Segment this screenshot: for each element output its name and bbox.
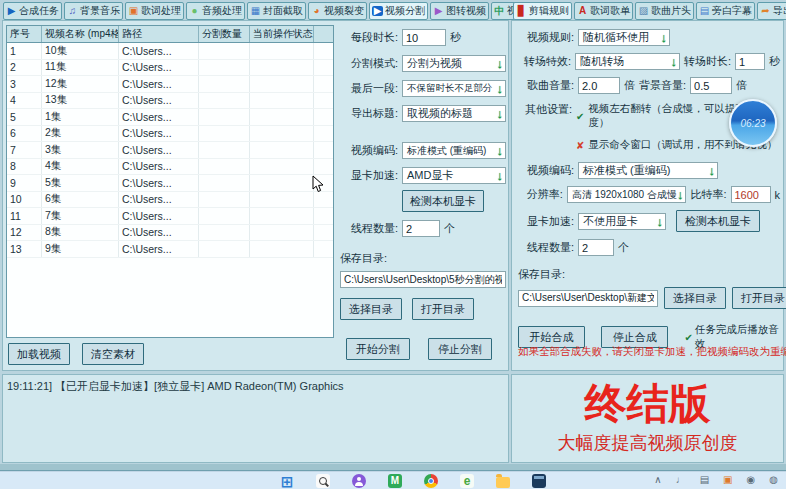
merge-open-dir-button[interactable]: 打开目录 <box>732 287 786 309</box>
merge-save-dir-label: 保存目录: <box>518 267 565 282</box>
user-app-icon[interactable] <box>352 474 366 488</box>
table-row[interactable]: 10 6集 C:\Users... <box>7 192 333 209</box>
tray-icon[interactable]: ∧ <box>654 475 661 485</box>
resolution-select[interactable]: 高清 1920x1080 合成慢↓ <box>567 186 687 203</box>
table-row[interactable]: 7 3集 C:\Users... <box>7 142 333 159</box>
tab-edit-rules[interactable]: ▊剪辑规则 <box>513 2 572 20</box>
cell-split-count <box>199 208 250 224</box>
tab-video-fission[interactable]: ◕视频裂变 <box>308 2 367 20</box>
table-row[interactable]: 5 1集 C:\Users... <box>7 109 333 126</box>
cell-extra <box>314 93 333 109</box>
video-rule-select[interactable]: 随机循环使用↓ <box>578 29 670 46</box>
transition-value: 随机转场 <box>580 54 624 69</box>
split-mode-label: 分割模式: <box>340 56 398 71</box>
narration-subtitle-icon: ▤ <box>699 6 710 16</box>
table-row[interactable]: 12 8集 C:\Users... <box>7 225 333 242</box>
threads-label: 线程数量: <box>340 221 398 236</box>
segment-duration-input[interactable] <box>402 29 446 46</box>
tray-icon[interactable]: ◍ <box>769 475 778 485</box>
tab-background-music[interactable]: ♫背景音乐 <box>64 2 123 20</box>
table-row[interactable]: 2 11集 C:\Users... <box>7 60 333 77</box>
tray-icon[interactable]: ♩ <box>676 475 686 485</box>
video-encode-label: 视频编码: <box>340 143 398 158</box>
start-button-icon[interactable]: ⊞ <box>280 474 294 488</box>
tab-compose-task[interactable]: ▶合成任务 <box>3 2 62 20</box>
table-row[interactable]: 3 12集 C:\Users... <box>7 76 333 93</box>
save-dir-input[interactable] <box>340 271 506 288</box>
table-row[interactable]: 8 4集 C:\Users... <box>7 159 333 176</box>
table-row[interactable]: 1 10集 C:\Users... <box>7 43 333 60</box>
choose-dir-button[interactable]: 选择目录 <box>340 298 402 320</box>
cell-split-count <box>199 60 250 76</box>
table-row[interactable]: 11 7集 C:\Users... <box>7 208 333 225</box>
file-explorer-icon[interactable] <box>496 477 510 488</box>
cell-path: C:\Users... <box>119 241 199 257</box>
cell-video-name: 9集 <box>42 241 119 257</box>
mail-app-icon[interactable]: M <box>388 474 402 488</box>
tab-lyrics-playlist[interactable]: A歌词歌单 <box>574 2 633 20</box>
split-mode-value: 分割为视频 <box>407 56 462 71</box>
floating-timer-badge: 06:23 <box>729 99 777 147</box>
toolbar-right: ▊剪辑规则 A歌词歌单 ▨歌曲片头 ▤旁白字幕 ➦导出标题 <box>513 2 786 20</box>
cell-path: C:\Users... <box>119 43 199 59</box>
cell-video-name: 12集 <box>42 76 119 92</box>
log-panel: 19:11:21] 【已开启显卡加速】[独立显卡] AMD Radeon(TM)… <box>2 374 509 463</box>
merge-threads-input[interactable] <box>578 239 614 256</box>
tab-narration-subtitle[interactable]: ▤旁白字幕 <box>696 2 755 20</box>
tab-image-to-video[interactable]: ▶图转视频 <box>430 2 489 20</box>
tab-export-title[interactable]: ➦导出标题 <box>757 2 786 20</box>
tray-icon[interactable]: ▤ <box>700 475 709 485</box>
start-split-button[interactable]: 开始分割 <box>346 338 410 360</box>
last-segment-select[interactable]: 不保留时长不足部分↓ <box>402 80 506 97</box>
song-volume-unit: 倍 <box>624 78 635 93</box>
tab-song-intro[interactable]: ▨歌曲片头 <box>635 2 694 20</box>
split-mode-select[interactable]: 分割为视频↓ <box>402 55 506 72</box>
tab-cover-capture[interactable]: ▦封面截取 <box>247 2 306 20</box>
gpu-accel-select[interactable]: AMD显卡↓ <box>402 167 506 184</box>
merge-choose-dir-button[interactable]: 选择目录 <box>664 287 726 309</box>
merge-gpu-select[interactable]: 不使用显卡↓ <box>578 213 666 230</box>
open-dir-button[interactable]: 打开目录 <box>412 298 474 320</box>
detect-gpu-button[interactable]: 检测本机显卡 <box>402 190 484 212</box>
cell-extra <box>314 208 333 224</box>
clear-materials-button[interactable]: 清空素材 <box>82 343 144 365</box>
video-list-table: 序号 视频名称 (mp4格式) 路径 分割数量 当前操作状态 1 10集 C:\… <box>6 25 334 338</box>
threads-input[interactable] <box>402 220 440 237</box>
song-volume-input[interactable] <box>578 77 620 94</box>
transition-select[interactable]: 随机转场↓ <box>575 53 680 70</box>
chevron-down-icon: ↓ <box>657 215 664 228</box>
table-row[interactable]: 9 5集 C:\Users... <box>7 175 333 192</box>
tray-icon[interactable]: ◉ <box>747 475 756 485</box>
merge-gpu-label: 显卡加速: <box>518 214 574 229</box>
table-row[interactable]: 6 2集 C:\Users... <box>7 126 333 143</box>
search-icon[interactable] <box>316 474 330 488</box>
transition-length-label: 转场时长: <box>684 54 731 69</box>
merge-save-dir-input[interactable] <box>518 290 658 307</box>
transition-length-input[interactable] <box>735 53 765 70</box>
bg-volume-input[interactable] <box>690 77 732 94</box>
tab-video-split[interactable]: ▶视频分割 <box>369 2 428 20</box>
merge-encode-select[interactable]: 标准模式 (重编码)↓ <box>578 162 718 179</box>
tab-label: 背景音乐 <box>80 4 120 18</box>
chrome-icon[interactable] <box>424 474 438 488</box>
video-encode-select[interactable]: 标准模式 (重编码)↓ <box>402 142 506 159</box>
tab-lyrics-processing[interactable]: ▣歌词处理 <box>125 2 184 20</box>
bitrate-input[interactable] <box>731 186 771 203</box>
e-app-icon[interactable]: e <box>460 474 474 488</box>
pinned-app-icon[interactable] <box>532 474 546 488</box>
table-row[interactable]: 4 13集 C:\Users... <box>7 93 333 110</box>
cell-status <box>250 76 314 92</box>
export-title-value: 取视频的标题 <box>407 106 473 121</box>
tab-label: 音频处理 <box>202 4 242 18</box>
tray-icon[interactable]: ▣ <box>723 475 732 485</box>
merge-detect-gpu-button[interactable]: 检测本机显卡 <box>676 210 760 232</box>
bg-volume-unit: 倍 <box>736 78 747 93</box>
table-row[interactable]: 13 9集 C:\Users... <box>7 241 333 258</box>
video-fission-icon: ◕ <box>311 6 322 16</box>
stop-split-button[interactable]: 停止分割 <box>428 338 492 360</box>
cell-video-name: 11集 <box>42 60 119 76</box>
export-title-select[interactable]: 取视频的标题↓ <box>402 105 506 122</box>
cell-extra <box>314 43 333 59</box>
load-videos-button[interactable]: 加载视频 <box>8 343 70 365</box>
tab-audio-processing[interactable]: ●音频处理 <box>186 2 245 20</box>
